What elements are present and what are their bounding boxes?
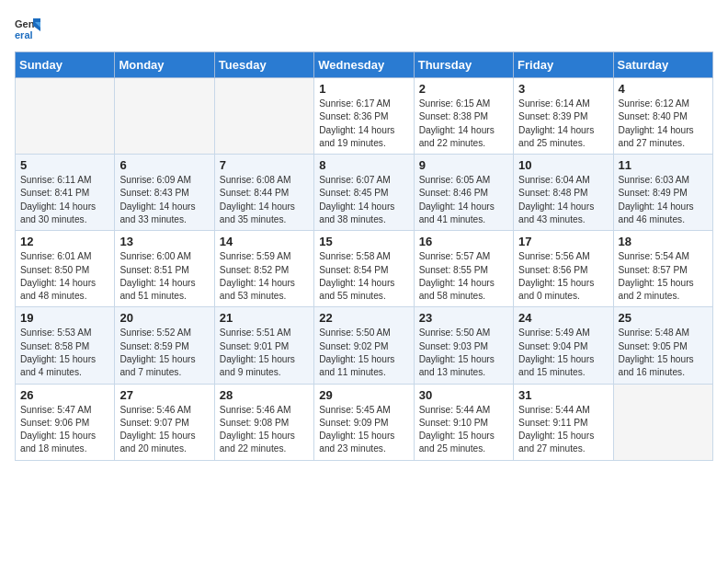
- cell-details: Sunrise: 6:15 AM Sunset: 8:38 PM Dayligh…: [419, 98, 508, 150]
- cell-details: Sunrise: 5:53 AM Sunset: 8:58 PM Dayligh…: [20, 327, 109, 379]
- calendar-week-row: 5Sunrise: 6:11 AM Sunset: 8:41 PM Daylig…: [16, 155, 713, 231]
- col-header-thursday: Thursday: [414, 52, 513, 78]
- day-number: 25: [619, 311, 708, 325]
- cell-details: Sunrise: 6:08 AM Sunset: 8:44 PM Dayligh…: [220, 174, 309, 226]
- col-header-sunday: Sunday: [16, 52, 115, 78]
- calendar-cell: 30Sunrise: 5:44 AM Sunset: 9:10 PM Dayli…: [414, 384, 513, 460]
- calendar-cell: 24Sunrise: 5:49 AM Sunset: 9:04 PM Dayli…: [514, 307, 613, 384]
- calendar-cell: 3Sunrise: 6:14 AM Sunset: 8:39 PM Daylig…: [514, 78, 613, 155]
- calendar-cell: 1Sunrise: 6:17 AM Sunset: 8:36 PM Daylig…: [314, 78, 414, 155]
- day-number: 18: [619, 235, 708, 248]
- calendar-cell: 21Sunrise: 5:51 AM Sunset: 9:01 PM Dayli…: [214, 307, 313, 384]
- col-header-tuesday: Tuesday: [214, 52, 313, 78]
- calendar-cell: 9Sunrise: 6:05 AM Sunset: 8:46 PM Daylig…: [414, 155, 513, 231]
- day-number: 23: [419, 311, 508, 325]
- calendar-cell: 16Sunrise: 5:57 AM Sunset: 8:55 PM Dayli…: [414, 231, 513, 307]
- day-number: 15: [319, 235, 408, 248]
- calendar-cell: 20Sunrise: 5:52 AM Sunset: 8:59 PM Dayli…: [115, 307, 214, 384]
- calendar-cell: 5Sunrise: 6:11 AM Sunset: 8:41 PM Daylig…: [16, 155, 115, 231]
- cell-details: Sunrise: 5:50 AM Sunset: 9:03 PM Dayligh…: [419, 327, 508, 379]
- col-header-wednesday: Wednesday: [314, 52, 414, 78]
- calendar-cell: 26Sunrise: 5:47 AM Sunset: 9:06 PM Dayli…: [16, 384, 115, 460]
- calendar-cell: 6Sunrise: 6:09 AM Sunset: 8:43 PM Daylig…: [115, 155, 214, 231]
- day-number: 7: [220, 158, 309, 172]
- cell-details: Sunrise: 5:44 AM Sunset: 9:10 PM Dayligh…: [419, 404, 508, 456]
- day-number: 26: [20, 388, 109, 402]
- calendar-cell: 18Sunrise: 5:54 AM Sunset: 8:57 PM Dayli…: [613, 231, 712, 307]
- calendar-cell: 22Sunrise: 5:50 AM Sunset: 9:02 PM Dayli…: [314, 307, 414, 384]
- day-number: 14: [220, 235, 309, 248]
- cell-details: Sunrise: 6:07 AM Sunset: 8:45 PM Dayligh…: [319, 174, 408, 226]
- calendar-cell: 19Sunrise: 5:53 AM Sunset: 8:58 PM Dayli…: [16, 307, 115, 384]
- col-header-saturday: Saturday: [613, 52, 712, 78]
- calendar-cell: 7Sunrise: 6:08 AM Sunset: 8:44 PM Daylig…: [214, 155, 313, 231]
- day-number: 1: [319, 82, 408, 96]
- cell-details: Sunrise: 6:14 AM Sunset: 8:39 PM Dayligh…: [518, 98, 608, 150]
- calendar-cell: 14Sunrise: 5:59 AM Sunset: 8:52 PM Dayli…: [214, 231, 313, 307]
- calendar-cell: 31Sunrise: 5:44 AM Sunset: 9:11 PM Dayli…: [514, 384, 613, 460]
- svg-text:Gen: Gen: [15, 18, 35, 29]
- cell-details: Sunrise: 5:46 AM Sunset: 9:07 PM Dayligh…: [119, 404, 209, 456]
- calendar-cell: [115, 78, 214, 155]
- cell-details: Sunrise: 5:46 AM Sunset: 9:08 PM Dayligh…: [220, 404, 309, 456]
- cell-details: Sunrise: 6:05 AM Sunset: 8:46 PM Dayligh…: [419, 174, 508, 226]
- logo: Gen eral: [15, 15, 44, 40]
- col-header-monday: Monday: [115, 52, 214, 78]
- day-number: 12: [20, 235, 109, 248]
- calendar-cell: 8Sunrise: 6:07 AM Sunset: 8:45 PM Daylig…: [314, 155, 414, 231]
- calendar-cell: 17Sunrise: 5:56 AM Sunset: 8:56 PM Dayli…: [514, 231, 613, 307]
- cell-details: Sunrise: 5:44 AM Sunset: 9:11 PM Dayligh…: [518, 404, 608, 456]
- cell-details: Sunrise: 5:56 AM Sunset: 8:56 PM Dayligh…: [518, 250, 608, 303]
- logo-icon: Gen eral: [15, 15, 40, 40]
- page-header: Gen eral: [15, 15, 713, 40]
- cell-details: Sunrise: 6:00 AM Sunset: 8:51 PM Dayligh…: [119, 250, 209, 303]
- day-number: 22: [319, 311, 408, 325]
- day-number: 6: [119, 158, 209, 172]
- day-number: 30: [419, 388, 508, 402]
- calendar-week-row: 12Sunrise: 6:01 AM Sunset: 8:50 PM Dayli…: [16, 231, 713, 307]
- calendar-cell: 25Sunrise: 5:48 AM Sunset: 9:05 PM Dayli…: [613, 307, 712, 384]
- day-number: 29: [319, 388, 408, 402]
- cell-details: Sunrise: 5:48 AM Sunset: 9:05 PM Dayligh…: [619, 327, 708, 379]
- day-number: 17: [518, 235, 608, 248]
- cell-details: Sunrise: 6:01 AM Sunset: 8:50 PM Dayligh…: [20, 250, 109, 303]
- calendar-cell: 10Sunrise: 6:04 AM Sunset: 8:48 PM Dayli…: [514, 155, 613, 231]
- day-number: 11: [619, 158, 708, 172]
- cell-details: Sunrise: 6:04 AM Sunset: 8:48 PM Dayligh…: [518, 174, 608, 226]
- day-number: 19: [20, 311, 109, 325]
- calendar-cell: 28Sunrise: 5:46 AM Sunset: 9:08 PM Dayli…: [214, 384, 313, 460]
- day-number: 24: [518, 311, 608, 325]
- calendar-table: SundayMondayTuesdayWednesdayThursdayFrid…: [15, 52, 713, 461]
- cell-details: Sunrise: 6:09 AM Sunset: 8:43 PM Dayligh…: [119, 174, 209, 226]
- day-number: 4: [619, 82, 708, 96]
- calendar-cell: [613, 384, 712, 460]
- calendar-cell: 29Sunrise: 5:45 AM Sunset: 9:09 PM Dayli…: [314, 384, 414, 460]
- calendar-cell: 23Sunrise: 5:50 AM Sunset: 9:03 PM Dayli…: [414, 307, 513, 384]
- calendar-cell: 11Sunrise: 6:03 AM Sunset: 8:49 PM Dayli…: [613, 155, 712, 231]
- cell-details: Sunrise: 6:03 AM Sunset: 8:49 PM Dayligh…: [619, 174, 708, 226]
- calendar-cell: 12Sunrise: 6:01 AM Sunset: 8:50 PM Dayli…: [16, 231, 115, 307]
- cell-details: Sunrise: 5:47 AM Sunset: 9:06 PM Dayligh…: [20, 404, 109, 456]
- calendar-cell: [214, 78, 313, 155]
- calendar-cell: 4Sunrise: 6:12 AM Sunset: 8:40 PM Daylig…: [613, 78, 712, 155]
- calendar-cell: 13Sunrise: 6:00 AM Sunset: 8:51 PM Dayli…: [115, 231, 214, 307]
- day-number: 31: [518, 388, 608, 402]
- calendar-week-row: 19Sunrise: 5:53 AM Sunset: 8:58 PM Dayli…: [16, 307, 713, 384]
- calendar-header-row: SundayMondayTuesdayWednesdayThursdayFrid…: [16, 52, 713, 78]
- day-number: 28: [220, 388, 309, 402]
- cell-details: Sunrise: 5:45 AM Sunset: 9:09 PM Dayligh…: [319, 404, 408, 456]
- calendar-cell: 2Sunrise: 6:15 AM Sunset: 8:38 PM Daylig…: [414, 78, 513, 155]
- cell-details: Sunrise: 5:59 AM Sunset: 8:52 PM Dayligh…: [220, 250, 309, 303]
- cell-details: Sunrise: 5:52 AM Sunset: 8:59 PM Dayligh…: [119, 327, 209, 379]
- calendar-cell: 15Sunrise: 5:58 AM Sunset: 8:54 PM Dayli…: [314, 231, 414, 307]
- col-header-friday: Friday: [514, 52, 613, 78]
- day-number: 9: [419, 158, 508, 172]
- calendar-week-row: 26Sunrise: 5:47 AM Sunset: 9:06 PM Dayli…: [16, 384, 713, 460]
- cell-details: Sunrise: 6:11 AM Sunset: 8:41 PM Dayligh…: [20, 174, 109, 226]
- cell-details: Sunrise: 5:49 AM Sunset: 9:04 PM Dayligh…: [518, 327, 608, 379]
- calendar-week-row: 1Sunrise: 6:17 AM Sunset: 8:36 PM Daylig…: [16, 78, 713, 155]
- cell-details: Sunrise: 6:17 AM Sunset: 8:36 PM Dayligh…: [319, 98, 408, 150]
- day-number: 21: [220, 311, 309, 325]
- svg-text:eral: eral: [15, 29, 33, 40]
- day-number: 10: [518, 158, 608, 172]
